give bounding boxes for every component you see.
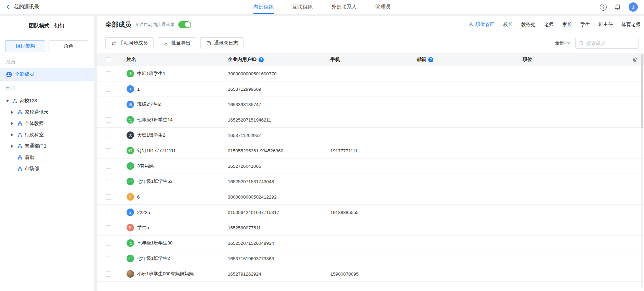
row-checkbox[interactable]: [106, 164, 111, 169]
role-link-0[interactable]: 校长: [503, 22, 513, 28]
member-name[interactable]: 小班1班学生000有妈妈妈妈: [137, 271, 194, 277]
member-row[interactable]: 七七年级1班学生53165252071531743048: [97, 174, 644, 189]
member-row[interactable]: 七七年级1班学生38165252071526048934: [97, 236, 644, 251]
member-name-cell: 学学生5: [127, 224, 228, 231]
tree-item-label: 后勤: [25, 154, 34, 161]
member-name[interactable]: 班级2学生2: [137, 101, 161, 107]
row-checkbox[interactable]: [106, 117, 111, 123]
scrollbar-thumb[interactable]: [641, 54, 643, 128]
row-checkbox[interactable]: [106, 179, 111, 184]
member-row[interactable]: 钉钉钉191777711111015055295361-934526360191…: [97, 143, 644, 159]
dept-section-label: 部门: [0, 81, 94, 94]
caret-right-icon[interactable]: [11, 145, 16, 148]
member-name[interactable]: 学生5: [137, 225, 149, 231]
member-name[interactable]: 钉钉191777711111: [137, 148, 176, 154]
nav-tabs: 内部组织互联组织外部联系人管理员: [244, 0, 400, 14]
sync-toggle[interactable]: [178, 21, 191, 28]
member-name[interactable]: 七年级1班学生38: [137, 240, 173, 246]
member-name[interactable]: 6: [137, 194, 140, 200]
notification-bell-icon[interactable]: [614, 4, 621, 11]
member-name[interactable]: 大班1班学生2: [137, 132, 166, 138]
caret-right-icon[interactable]: [11, 122, 16, 125]
search-input[interactable]: [586, 40, 635, 46]
tree-item-5[interactable]: 后勤: [0, 152, 94, 163]
member-avatar: 七: [127, 178, 134, 185]
tab-3[interactable]: 管理员: [376, 0, 391, 14]
member-name[interactable]: 1: [137, 87, 140, 92]
help-icon[interactable]: ?: [600, 4, 607, 11]
member-row[interactable]: 七七年级1班学生1416525207151946211: [97, 112, 644, 128]
role-link-3[interactable]: 家长: [562, 22, 572, 28]
column-settings-gear-icon[interactable]: [633, 57, 638, 62]
tree-item-6[interactable]: 市场部: [0, 163, 94, 174]
org-structure-button[interactable]: 组织架构: [5, 40, 45, 52]
tree-item-3[interactable]: 行政科室: [0, 129, 94, 140]
tab-0[interactable]: 内部组织: [253, 0, 274, 14]
member-row[interactable]: 学学生51652580077511: [97, 220, 644, 236]
row-checkbox[interactable]: [106, 148, 111, 153]
member-name[interactable]: 3有妈妈: [137, 163, 154, 169]
tree-item-label: 全体教师: [25, 121, 44, 127]
scrollbar-track[interactable]: [641, 54, 643, 289]
member-row[interactable]: 663000000000502412292: [97, 189, 644, 205]
row-checkbox[interactable]: [106, 225, 111, 230]
userid-help-icon[interactable]: ?: [259, 57, 264, 62]
row-checkbox[interactable]: [106, 256, 111, 261]
member-row[interactable]: 22222u0150564240164771531719188885555: [97, 205, 644, 220]
member-name[interactable]: 2222u: [137, 210, 150, 215]
member-name[interactable]: 七年级1班学生2: [137, 255, 170, 262]
tree-item-0[interactable]: 家校123: [0, 95, 94, 106]
role-link-6[interactable]: 体育老师: [621, 22, 641, 28]
row-checkbox[interactable]: [106, 241, 111, 246]
toolbar-button-1[interactable]: 批量导出: [158, 37, 196, 49]
tree-item-1[interactable]: 家校通讯录: [0, 106, 94, 118]
member-name[interactable]: 中班1班学生1: [137, 71, 166, 77]
caret-right-icon[interactable]: [11, 134, 16, 136]
position-manage-link[interactable]: 职位管理: [468, 22, 495, 28]
role-link-2[interactable]: 老师: [544, 22, 554, 28]
tree-item-4[interactable]: 普通部门1: [0, 140, 94, 152]
member-row[interactable]: 33有妈妈1652726041066: [97, 159, 644, 174]
sidebar-item-all-members[interactable]: 全部成员: [0, 68, 94, 81]
toolbar-button-0[interactable]: 手动同步成员: [105, 37, 154, 49]
email-help-icon[interactable]: ?: [428, 57, 433, 62]
member-row[interactable]: 中中班1班学生13000000000501600770: [97, 66, 644, 81]
member-name-cell: 七七年级1班学生14: [127, 116, 228, 124]
role-link-5[interactable]: 班主任: [599, 22, 613, 28]
caret-right-icon[interactable]: [11, 111, 16, 114]
toolbar-button-2[interactable]: 通讯录日志: [200, 37, 244, 49]
row-checkbox[interactable]: [106, 194, 111, 200]
row-checkbox[interactable]: [106, 71, 111, 76]
row-checkbox[interactable]: [106, 87, 111, 92]
tab-1[interactable]: 互联组织: [292, 0, 313, 14]
log-icon: [206, 41, 211, 46]
department-icon: [17, 132, 22, 137]
toggle-knob: [185, 22, 190, 27]
select-all-checkbox[interactable]: [106, 57, 111, 62]
row-checkbox[interactable]: [106, 210, 111, 215]
caret-down-icon[interactable]: [6, 100, 11, 102]
member-name[interactable]: 七年级1班学生14: [137, 117, 173, 123]
row-checkbox[interactable]: [106, 271, 111, 277]
member-name[interactable]: 七年级1班学生53: [137, 178, 173, 185]
member-name-cell: 七七年级1班学生38: [127, 239, 228, 247]
role-link-4[interactable]: 学生: [580, 22, 590, 28]
role-link-1[interactable]: 教务处: [521, 22, 536, 28]
member-row[interactable]: 七七年级1班学生2165371619603773363: [97, 251, 644, 266]
back-button[interactable]: 我的通讯录: [0, 4, 39, 10]
member-row[interactable]: 班班级2学生21653393135747: [97, 97, 644, 112]
tab-2[interactable]: 外部联系人: [331, 0, 357, 14]
tree-item-2[interactable]: 全体教师: [0, 118, 94, 129]
role-view-button[interactable]: 角色: [49, 40, 88, 52]
tree-item-label: 家校123: [19, 98, 37, 104]
member-row[interactable]: 小班1班学生000有妈妈妈妈165279126292415900878095: [97, 266, 644, 282]
scope-filter-dropdown[interactable]: 全部: [555, 40, 570, 46]
user-avatar[interactable]: 1: [629, 2, 638, 12]
topbar-actions: ? 1: [600, 2, 644, 12]
member-name-cell: 小班1班学生000有妈妈妈妈: [127, 270, 228, 278]
row-checkbox[interactable]: [106, 102, 111, 107]
member-row[interactable]: 111653712999509: [97, 81, 644, 97]
row-checkbox[interactable]: [106, 133, 111, 138]
toolbar-buttons: 手动同步成员批量导出通讯录日志: [105, 37, 248, 49]
member-row[interactable]: 大大班1班学生21653711202952: [97, 128, 644, 143]
